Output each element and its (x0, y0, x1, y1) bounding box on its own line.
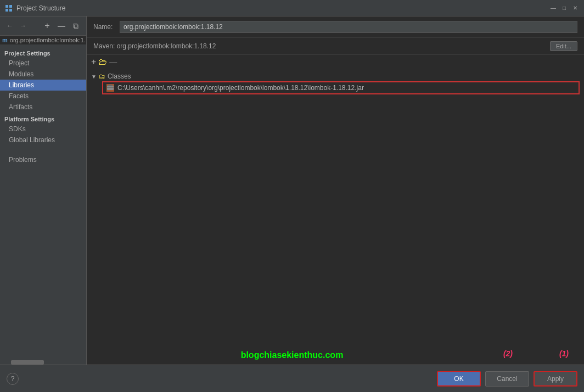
add-library-button[interactable]: + (41, 20, 53, 32)
sidebar-tree: Project Settings Project Modules Librari… (0, 44, 86, 360)
remove-library-button[interactable]: — (55, 20, 68, 32)
apply-button[interactable]: Apply (534, 371, 577, 387)
app-icon (4, 4, 13, 13)
bottom-bar: ? OK Cancel Apply (0, 365, 584, 392)
remove-class-icon[interactable]: — (109, 58, 117, 66)
jar-entry-row[interactable]: C:\Users\canhn\.m2\repository\org\projec… (102, 81, 580, 94)
jar-file-path: C:\Users\canhn\.m2\repository\org\projec… (117, 84, 364, 92)
main-layout: ← → + — ⧉ m org.projectlombok:lombok:1. … (0, 16, 584, 365)
svg-rect-3 (9, 9, 12, 12)
name-field-label: Name: (93, 23, 115, 31)
sidebar-scroll-thumb[interactable] (11, 360, 44, 365)
window-controls: — □ ✕ (549, 4, 580, 13)
name-row: Name: (87, 16, 584, 38)
classes-tree-row: ▼ 🗂 Classes (91, 71, 580, 81)
dialog-buttons: OK Cancel Apply (437, 371, 577, 387)
library-list-item[interactable]: m org.projectlombok:lombok:1. (0, 36, 86, 44)
svg-rect-0 (5, 5, 8, 8)
sidebar-item-global-libraries[interactable]: Global Libraries (0, 135, 86, 145)
sidebar: ← → + — ⧉ m org.projectlombok:lombok:1. … (0, 16, 87, 365)
project-settings-label: Project Settings (0, 47, 86, 58)
minimize-button[interactable]: — (549, 4, 558, 13)
svg-rect-2 (5, 9, 8, 12)
sidebar-item-libraries[interactable]: Libraries (0, 80, 86, 91)
edit-button[interactable]: Edit... (550, 41, 577, 51)
copy-library-button[interactable]: ⧉ (70, 20, 82, 32)
svg-rect-1 (9, 5, 12, 8)
library-entry-label: org.projectlombok:lombok:1. (10, 37, 86, 43)
classes-toolbar: + 🗁 — (87, 55, 584, 69)
ok-button[interactable]: OK (437, 371, 481, 387)
platform-settings-label: Platform Settings (0, 113, 86, 124)
jar-file-icon (106, 84, 114, 92)
title-bar: Project Structure — □ ✕ (0, 0, 584, 16)
classes-folder-label: Classes (108, 72, 131, 80)
nav-arrows: ← → + — ⧉ (0, 16, 86, 36)
sidebar-item-modules[interactable]: Modules (0, 69, 86, 80)
cancel-button[interactable]: Cancel (485, 371, 529, 387)
sidebar-item-facets[interactable]: Facets (0, 91, 86, 102)
back-button[interactable]: ← (4, 20, 15, 31)
sidebar-item-sdks[interactable]: SDKs (0, 124, 86, 135)
tree-content: ▼ 🗂 Classes C:\Users\canhn\.m2\repositor… (87, 69, 584, 365)
window-title: Project Structure (16, 4, 549, 12)
classes-folder-icon: 🗂 (99, 72, 105, 80)
sidebar-scrollbar[interactable] (0, 360, 86, 365)
maximize-button[interactable]: □ (560, 4, 569, 13)
help-button[interactable]: ? (7, 373, 19, 385)
maven-row: Maven: org.projectlombok:lombok:1.18.12 … (87, 38, 584, 55)
svg-rect-4 (107, 86, 114, 90)
svg-rect-5 (108, 85, 113, 86)
chevron-icon: ▼ (91, 74, 97, 80)
close-button[interactable]: ✕ (571, 4, 580, 13)
content-area: Name: Maven: org.projectlombok:lombok:1.… (87, 16, 584, 365)
maven-label: Maven: org.projectlombok:lombok:1.18.12 (93, 42, 216, 50)
ok-badge: (2) (503, 349, 513, 358)
apply-badge: (1) (559, 349, 569, 358)
sidebar-item-artifacts[interactable]: Artifacts (0, 102, 86, 113)
maven-icon: m (2, 37, 8, 43)
add-folder-icon[interactable]: 🗁 (98, 57, 107, 67)
sidebar-item-project[interactable]: Project (0, 58, 86, 69)
forward-button[interactable]: → (18, 20, 29, 31)
sidebar-item-problems[interactable]: Problems (0, 154, 86, 165)
add-class-icon[interactable]: + (91, 57, 96, 67)
name-field-input[interactable] (120, 21, 577, 33)
